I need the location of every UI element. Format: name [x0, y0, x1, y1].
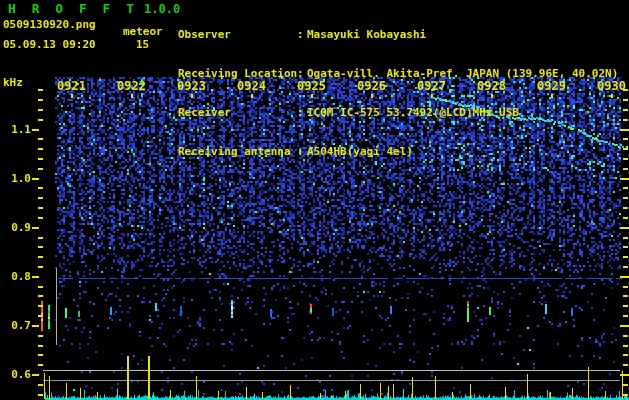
- freq-minor-tick-left: [38, 217, 43, 219]
- freq-minor-tick-left: [38, 315, 43, 317]
- freq-minor-tick-left: [38, 295, 43, 297]
- time-label: 0927: [417, 80, 446, 92]
- echo-count: 15: [136, 39, 149, 51]
- freq-major-tick-left: [32, 325, 39, 327]
- output-filename: 0509130920.png: [3, 19, 96, 31]
- time-label: 0930: [597, 80, 626, 92]
- time-label: 0926: [357, 80, 386, 92]
- minute-tick: [371, 94, 373, 98]
- freq-minor-tick-left: [38, 286, 43, 288]
- freq-minor-tick-left: [38, 89, 43, 91]
- observation-datetime: 05.09.13 09:20: [3, 39, 96, 51]
- freq-major-tick-left: [32, 276, 39, 278]
- hrofft-output-image: H R O F F T1.0.0 0509130920.png meteor 0…: [0, 0, 629, 400]
- freq-minor-tick-right: [623, 168, 628, 170]
- freq-minor-tick-left: [38, 168, 43, 170]
- info-value: Ogata-vill. Akita-Pref. JAPAN (139.96E, …: [307, 67, 618, 80]
- freq-tick-label: 0.8: [1, 271, 31, 283]
- freq-minor-tick-left: [38, 197, 43, 199]
- freq-minor-tick-right: [623, 354, 628, 356]
- minute-tick: [131, 94, 133, 98]
- freq-minor-tick-left: [38, 237, 43, 239]
- info-separator: :: [297, 106, 307, 119]
- info-separator: :: [297, 28, 307, 41]
- freq-minor-tick-right: [623, 158, 628, 160]
- freq-major-tick-right: [620, 374, 629, 376]
- freq-minor-tick-left: [38, 384, 43, 386]
- freq-minor-tick-left: [38, 345, 43, 347]
- freq-minor-tick-left: [38, 335, 43, 337]
- freq-minor-tick-right: [623, 384, 628, 386]
- freq-major-tick-left: [32, 178, 39, 180]
- freq-major-tick-left: [32, 129, 39, 131]
- freq-major-tick-right: [620, 227, 629, 229]
- freq-minor-tick-left: [38, 354, 43, 356]
- freq-minor-tick-right: [623, 335, 628, 337]
- freq-minor-tick-right: [623, 148, 628, 150]
- minute-tick: [311, 94, 313, 98]
- time-label: 0924: [237, 80, 266, 92]
- freq-minor-tick-left: [38, 207, 43, 209]
- freq-minor-tick-left: [38, 138, 43, 140]
- info-value: ICOM IC-575 53.7492(@LCD)MHz USB: [307, 106, 519, 119]
- info-value: A504HB(yagi 4el): [307, 145, 413, 158]
- freq-tick-label: 0.6: [1, 369, 31, 381]
- info-separator: :: [297, 145, 307, 158]
- freq-minor-tick-right: [623, 237, 628, 239]
- freq-major-tick-right: [620, 325, 629, 327]
- mode-label: meteor: [123, 26, 163, 38]
- freq-minor-tick-right: [623, 394, 628, 396]
- freq-minor-tick-left: [38, 99, 43, 101]
- time-label: 0928: [477, 80, 506, 92]
- freq-major-tick-right: [620, 178, 629, 180]
- freq-minor-tick-right: [623, 315, 628, 317]
- freq-minor-tick-right: [623, 256, 628, 258]
- app-title-line: H R O F F T1.0.0: [8, 3, 180, 15]
- freq-minor-tick-right: [623, 207, 628, 209]
- freq-minor-tick-right: [623, 138, 628, 140]
- app-version: 1.0.0: [144, 2, 180, 16]
- freq-minor-tick-right: [623, 246, 628, 248]
- freq-minor-tick-right: [623, 187, 628, 189]
- freq-minor-tick-right: [623, 109, 628, 111]
- freq-minor-tick-right: [623, 305, 628, 307]
- time-label: 0921: [57, 80, 86, 92]
- freq-minor-tick-right: [623, 286, 628, 288]
- freq-major-tick-right: [620, 129, 629, 131]
- minute-tick: [71, 94, 73, 98]
- freq-minor-tick-left: [38, 394, 43, 396]
- freq-tick-label: 1.0: [1, 173, 31, 185]
- freq-minor-tick-left: [38, 158, 43, 160]
- info-value: Masayuki Kobayashi: [307, 28, 426, 41]
- minute-tick: [431, 94, 433, 98]
- info-label: Receiving antenna: [178, 145, 297, 158]
- freq-minor-tick-left: [38, 187, 43, 189]
- time-label: 0925: [297, 80, 326, 92]
- minute-tick: [551, 94, 553, 98]
- info-label: Receiver: [178, 106, 297, 119]
- freq-tick-label: 0.9: [1, 222, 31, 234]
- minute-tick: [191, 94, 193, 98]
- freq-minor-tick-right: [623, 217, 628, 219]
- minute-tick: [491, 94, 493, 98]
- freq-major-tick-left: [32, 227, 39, 229]
- info-row-observer: Observer:Masayuki Kobayashi: [178, 28, 618, 41]
- freq-minor-tick-left: [38, 246, 43, 248]
- freq-tick-label: 1.1: [1, 124, 31, 136]
- minute-tick: [611, 94, 613, 98]
- freq-minor-tick-right: [623, 364, 628, 366]
- freq-minor-tick-right: [623, 119, 628, 121]
- info-row-antenna: Receiving antenna:A504HB(yagi 4el): [178, 145, 618, 158]
- time-label: 0922: [117, 80, 146, 92]
- info-row-receiver: Receiver:ICOM IC-575 53.7492(@LCD)MHz US…: [178, 106, 618, 119]
- freq-tick-label: 0.7: [1, 320, 31, 332]
- freq-minor-tick-right: [623, 99, 628, 101]
- freq-minor-tick-left: [38, 256, 43, 258]
- freq-minor-tick-left: [38, 148, 43, 150]
- freq-axis-unit-label: kHz: [3, 77, 23, 89]
- freq-major-tick-left: [32, 374, 39, 376]
- info-label: Observer: [178, 28, 297, 41]
- freq-minor-tick-left: [38, 364, 43, 366]
- freq-minor-tick-left: [38, 266, 43, 268]
- freq-major-tick-right: [620, 276, 629, 278]
